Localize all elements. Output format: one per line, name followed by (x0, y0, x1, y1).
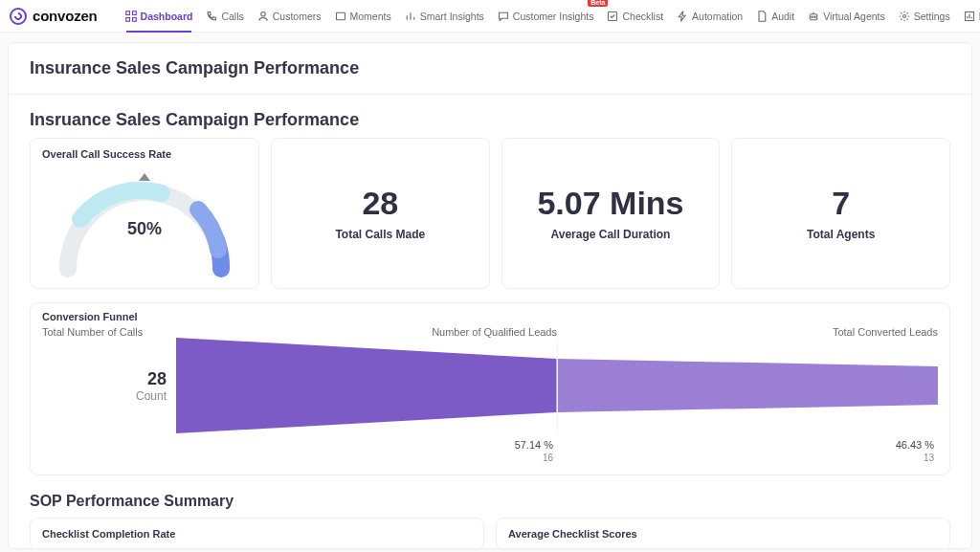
funnel-percents: 57.14 % 16 46.43 % 13 (42, 439, 938, 463)
brand-text: convozen (33, 8, 98, 24)
clip-icon (335, 11, 346, 22)
topbar: convozen Dashboard Calls Customers Momen… (0, 0, 980, 33)
nav-dashboard[interactable]: Dashboard (119, 0, 200, 33)
funnel-start-count: 28 (147, 369, 167, 389)
svg-marker-15 (176, 338, 557, 433)
gauge-card: Overall Call Success Rate 50% (30, 138, 259, 289)
funnel-start-label: Count (136, 389, 167, 403)
funnel-body: 28 Count (42, 338, 938, 433)
nav-label: Dashboard (141, 11, 193, 22)
nav-label: Checklist (622, 11, 663, 22)
doc-icon (756, 11, 768, 22)
brand-logo[interactable]: convozen (10, 8, 98, 25)
sop-card-scores: Average Checklist Scores (496, 518, 950, 549)
svg-rect-2 (125, 17, 129, 21)
metric-label: Average Call Duration (551, 228, 671, 241)
logo-icon (10, 8, 27, 25)
metric-label: Total Agents (807, 228, 875, 241)
sop-title: SOP Performance Summary (9, 475, 971, 518)
metric-avg-duration: 5.07 Mins Average Call Duration (501, 138, 721, 289)
metric-value: 7 (832, 186, 850, 221)
chat-icon (498, 11, 509, 22)
nav-label: Virtual Agents (823, 11, 885, 22)
nav-customers[interactable]: Customers (251, 0, 328, 33)
funnel-card: Conversion Funnel Total Number of Calls … (30, 302, 950, 475)
page-title-bar: Insurance Sales Campaign Performance (9, 43, 971, 95)
svg-rect-0 (125, 11, 129, 14)
metrics-row: Overall Call Success Rate 50% 28 Total C (9, 138, 971, 289)
phone-icon (206, 11, 217, 22)
svg-point-10 (902, 14, 905, 17)
nav-settings[interactable]: Settings (892, 0, 957, 33)
funnel-header: Number of Qualified Leads (176, 326, 557, 338)
funnel-header: Total Number of Calls (42, 326, 176, 338)
nav-audit[interactable]: Audit (749, 0, 801, 33)
pointer-icon (139, 173, 150, 181)
svg-point-9 (814, 16, 816, 18)
nav-label: Customers (273, 11, 322, 22)
sop-row: Checklist Completion Rate Average Checkl… (9, 518, 971, 549)
main-nav: Dashboard Calls Customers Moments Smart … (119, 0, 980, 33)
metric-label: Total Calls Made (335, 228, 425, 241)
bolt-icon (677, 11, 688, 22)
section-title: Insruance Sales Campaign Performance (9, 95, 971, 138)
users-icon (257, 11, 269, 22)
nav-reports[interactable]: Reports (957, 0, 980, 33)
svg-point-4 (261, 11, 266, 16)
bars-icon (405, 11, 416, 22)
sop-card-label: Average Checklist Scores (508, 528, 637, 540)
nav-moments[interactable]: Moments (328, 0, 398, 33)
nav-checklist[interactable]: Checklist (600, 0, 670, 33)
funnel-headers: Total Number of Calls Number of Qualifie… (42, 326, 938, 338)
bot-icon (808, 11, 819, 22)
gauge-value: 50% (49, 219, 240, 239)
page-container: Insurance Sales Campaign Performance Ins… (8, 42, 972, 549)
funnel-header: Total Converted Leads (557, 326, 938, 338)
sop-card-completion: Checklist Completion Rate (30, 518, 484, 549)
funnel-title: Conversion Funnel (42, 311, 938, 322)
nav-label: Settings (914, 11, 950, 22)
nav-label: Smart Insights (420, 11, 484, 22)
nav-label: Calls (221, 11, 243, 22)
gauge: 50% (49, 164, 240, 278)
svg-rect-3 (132, 17, 136, 21)
stage-pct: 46.43 % (557, 439, 938, 451)
sop-card-label: Checklist Completion Rate (42, 528, 175, 540)
stage-count: 13 (557, 453, 938, 463)
funnel-start: 28 Count (42, 338, 176, 433)
nav-automation[interactable]: Automation (670, 0, 749, 33)
stage-pct: 57.14 % (176, 439, 557, 451)
nav-label: Audit (771, 11, 794, 22)
check-icon (607, 11, 618, 22)
nav-label: Customer Insights (513, 11, 594, 22)
svg-rect-1 (132, 11, 136, 14)
nav-label: Automation (692, 11, 743, 22)
nav-label: Moments (350, 11, 391, 22)
nav-calls[interactable]: Calls (199, 0, 250, 33)
gear-icon (899, 11, 910, 22)
report-icon (964, 11, 975, 22)
metric-value: 28 (362, 186, 398, 221)
metric-total-agents: 7 Total Agents (731, 138, 950, 289)
page-title: Insurance Sales Campaign Performance (30, 58, 950, 78)
funnel-stage-2 (558, 338, 939, 433)
nav-customer-insights[interactable]: Customer Insights Beta (491, 0, 601, 33)
nav-virtual-agents[interactable]: Virtual Agents (801, 0, 892, 33)
funnel-stage-1 (176, 338, 558, 433)
metric-value: 5.07 Mins (537, 186, 683, 221)
svg-point-8 (812, 16, 813, 18)
stage-count: 16 (176, 453, 557, 463)
nav-smart-insights[interactable]: Smart Insights (398, 0, 491, 33)
svg-rect-5 (336, 12, 345, 20)
svg-marker-16 (558, 359, 939, 412)
gauge-title: Overall Call Success Rate (42, 148, 247, 160)
metric-total-calls: 28 Total Calls Made (271, 138, 490, 289)
grid-icon (125, 11, 137, 22)
